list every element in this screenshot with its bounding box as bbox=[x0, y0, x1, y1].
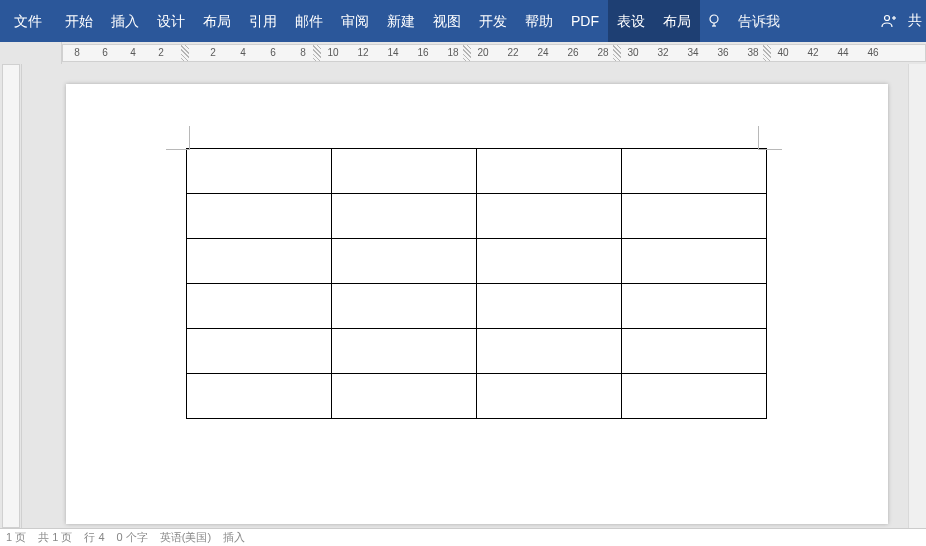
ruler-tick: 2 bbox=[210, 47, 216, 58]
horizontal-ruler-bar: 8642246810121416182022242628303234363840… bbox=[0, 42, 926, 64]
tell-me-input[interactable]: 告诉我 bbox=[728, 0, 790, 42]
table-cell[interactable] bbox=[187, 149, 332, 194]
ruler-tick: 18 bbox=[447, 47, 458, 58]
ruler-tick: 6 bbox=[270, 47, 276, 58]
ruler-corner bbox=[0, 42, 62, 64]
ruler-tab-marker[interactable] bbox=[313, 45, 321, 62]
table-cell[interactable] bbox=[187, 239, 332, 284]
tab-table-layout[interactable]: 布局 bbox=[654, 0, 700, 42]
vertical-ruler[interactable] bbox=[2, 64, 20, 528]
table-row[interactable] bbox=[187, 239, 767, 284]
table-row[interactable] bbox=[187, 149, 767, 194]
document-table[interactable] bbox=[186, 148, 767, 419]
table-cell[interactable] bbox=[187, 194, 332, 239]
ruler-tick: 14 bbox=[387, 47, 398, 58]
page-gutter bbox=[22, 64, 62, 528]
tab-table-design[interactable]: 表设 bbox=[608, 0, 654, 42]
ruler-tick: 34 bbox=[687, 47, 698, 58]
tab-pdf[interactable]: PDF bbox=[562, 0, 608, 42]
table-row[interactable] bbox=[187, 284, 767, 329]
ruler-tick: 36 bbox=[717, 47, 728, 58]
status-language[interactable]: 英语(美国) bbox=[160, 530, 211, 545]
table-cell[interactable] bbox=[332, 284, 477, 329]
table-cell[interactable] bbox=[622, 194, 767, 239]
table-cell[interactable] bbox=[477, 329, 622, 374]
vertical-ruler-column bbox=[0, 64, 22, 528]
table-row[interactable] bbox=[187, 374, 767, 419]
status-line[interactable]: 行 4 bbox=[84, 530, 104, 545]
tab-view[interactable]: 视图 bbox=[424, 0, 470, 42]
table-cell[interactable] bbox=[477, 239, 622, 284]
tab-references[interactable]: 引用 bbox=[240, 0, 286, 42]
tab-mailings[interactable]: 邮件 bbox=[286, 0, 332, 42]
ruler-tick: 32 bbox=[657, 47, 668, 58]
table-cell[interactable] bbox=[622, 374, 767, 419]
tab-design[interactable]: 设计 bbox=[148, 0, 194, 42]
svg-point-3 bbox=[885, 16, 890, 21]
ruler-tick: 20 bbox=[477, 47, 488, 58]
table-cell[interactable] bbox=[187, 329, 332, 374]
ruler-tick: 16 bbox=[417, 47, 428, 58]
workspace bbox=[0, 64, 926, 528]
status-word-count[interactable]: 0 个字 bbox=[117, 530, 148, 545]
tab-home[interactable]: 开始 bbox=[56, 0, 102, 42]
ruler-tick: 4 bbox=[240, 47, 246, 58]
page-area[interactable] bbox=[62, 64, 926, 528]
horizontal-ruler[interactable]: 8642246810121416182022242628303234363840… bbox=[62, 44, 926, 62]
ruler-tab-marker[interactable] bbox=[463, 45, 471, 62]
table-cell[interactable] bbox=[332, 149, 477, 194]
table-cell[interactable] bbox=[332, 329, 477, 374]
ruler-tick: 42 bbox=[807, 47, 818, 58]
ruler-tick: 8 bbox=[300, 47, 306, 58]
ruler-tick: 44 bbox=[837, 47, 848, 58]
tab-insert[interactable]: 插入 bbox=[102, 0, 148, 42]
ruler-tick: 2 bbox=[158, 47, 164, 58]
lightbulb-icon[interactable] bbox=[700, 0, 728, 42]
ruler-tick: 24 bbox=[537, 47, 548, 58]
table-cell[interactable] bbox=[332, 194, 477, 239]
table-cell[interactable] bbox=[187, 284, 332, 329]
ribbon-tabs-bar: 文件 开始 插入 设计 布局 引用 邮件 审阅 新建 视图 开发 帮助 PDF … bbox=[0, 0, 926, 42]
ruler-tab-marker[interactable] bbox=[763, 45, 771, 62]
tab-review[interactable]: 审阅 bbox=[332, 0, 378, 42]
vertical-scrollbar[interactable] bbox=[908, 64, 926, 528]
ruler-tick: 30 bbox=[627, 47, 638, 58]
status-insert-mode[interactable]: 插入 bbox=[223, 530, 245, 545]
ruler-tick: 38 bbox=[747, 47, 758, 58]
tab-layout[interactable]: 布局 bbox=[194, 0, 240, 42]
table-cell[interactable] bbox=[477, 149, 622, 194]
status-page[interactable]: 1 页 bbox=[6, 530, 26, 545]
tab-help[interactable]: 帮助 bbox=[516, 0, 562, 42]
table-cell[interactable] bbox=[622, 329, 767, 374]
ruler-margin-marker[interactable] bbox=[181, 45, 189, 62]
svg-point-0 bbox=[710, 15, 718, 23]
table-cell[interactable] bbox=[622, 284, 767, 329]
ruler-tick: 4 bbox=[130, 47, 136, 58]
ruler-tick: 28 bbox=[597, 47, 608, 58]
margin-corner-top-left bbox=[166, 126, 190, 150]
table-cell[interactable] bbox=[622, 239, 767, 284]
ruler-tab-marker[interactable] bbox=[613, 45, 621, 62]
table-cell[interactable] bbox=[477, 194, 622, 239]
share-person-icon[interactable] bbox=[874, 0, 902, 42]
ruler-tick: 6 bbox=[102, 47, 108, 58]
margin-corner-top-right bbox=[758, 126, 782, 150]
share-label[interactable]: 共 bbox=[908, 12, 922, 30]
table-row[interactable] bbox=[187, 194, 767, 239]
tab-file[interactable]: 文件 bbox=[0, 0, 56, 42]
table-cell[interactable] bbox=[477, 284, 622, 329]
tab-new[interactable]: 新建 bbox=[378, 0, 424, 42]
table-cell[interactable] bbox=[332, 374, 477, 419]
table-row[interactable] bbox=[187, 329, 767, 374]
table-cell[interactable] bbox=[332, 239, 477, 284]
table-cell[interactable] bbox=[187, 374, 332, 419]
ruler-tick: 26 bbox=[567, 47, 578, 58]
ruler-tick: 8 bbox=[74, 47, 80, 58]
ruler-tick: 22 bbox=[507, 47, 518, 58]
document-page[interactable] bbox=[66, 84, 888, 524]
table-cell[interactable] bbox=[477, 374, 622, 419]
status-total-pages[interactable]: 共 1 页 bbox=[38, 530, 72, 545]
table-cell[interactable] bbox=[622, 149, 767, 194]
tab-developer[interactable]: 开发 bbox=[470, 0, 516, 42]
status-bar: 1 页 共 1 页 行 4 0 个字 英语(美国) 插入 bbox=[0, 528, 926, 546]
